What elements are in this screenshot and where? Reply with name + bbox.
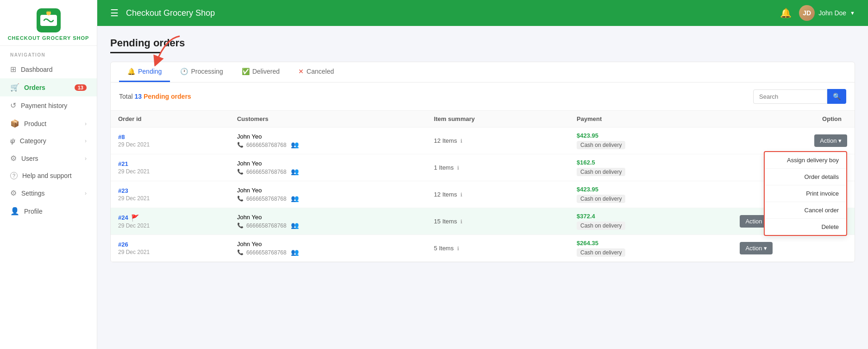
nav-item-dashboard[interactable]: ⊞ Dashboard [0, 60, 97, 78]
customer-cell: John Yeo 📞 6666658768768 👥 [230, 181, 427, 208]
action-button-1[interactable]: Action ▾ [814, 134, 847, 147]
payment-cell: $162.5 Cash on delivery [569, 154, 732, 181]
order-id-link[interactable]: #23 [118, 187, 222, 194]
items-cell: 12 Items ℹ [427, 127, 569, 154]
brand-name: CHECKOUT GROCERY SHOP [8, 35, 89, 41]
action-dropdown-wrapper: Action ▾ Assign delivery boy Order detai… [814, 134, 847, 147]
profile-icon: 👤 [10, 207, 19, 216]
customer-phone: 6666658768768 [246, 142, 287, 148]
order-date: 29 Dec 2021 [118, 195, 222, 202]
tab-processing-label: Processing [191, 68, 223, 75]
nav-item-users[interactable]: ⚙ Users › [0, 149, 97, 167]
order-id-link[interactable]: #26 [118, 241, 222, 248]
info-icon[interactable]: ℹ [457, 165, 459, 171]
items-count: 1 Items ℹ [434, 164, 459, 171]
order-date: 29 Dec 2021 [118, 168, 222, 175]
search-button[interactable]: 🔍 [827, 89, 846, 104]
orders-icon: 🛒 [10, 83, 19, 92]
phone-icon: 📞 [237, 169, 244, 175]
customer-cell: John Yeo 📞 6666658768768 👥 [230, 154, 427, 181]
tab-delivered[interactable]: ✅ Delivered [233, 62, 288, 82]
bell-icon[interactable]: 🔔 [780, 7, 792, 19]
dropdown-delete[interactable]: Delete [765, 219, 846, 235]
dropdown-cancel-order[interactable]: Cancel order [765, 202, 846, 219]
tab-pending-icon: 🔔 [127, 68, 135, 75]
table-row: #23 29 Dec 2021 John Yeo 📞 6666658768768… [111, 181, 855, 208]
option-cell: Action ▾ [732, 235, 855, 262]
users-group-icon: 👥 [291, 141, 299, 148]
payment-amount: $264.35 [577, 240, 725, 247]
users-group-icon: 👥 [291, 195, 299, 202]
nav-item-category[interactable]: ψ Category › [0, 133, 97, 149]
dropdown-assign[interactable]: Assign delivery boy [765, 152, 846, 169]
customer-cell: John Yeo 📞 6666658768768 👥 [230, 235, 427, 262]
items-count: 12 Items ℹ [434, 137, 462, 144]
users-group-icon: 👥 [291, 248, 299, 256]
items-cell: 15 Items ℹ [427, 208, 569, 235]
phone-icon: 📞 [237, 222, 244, 228]
tab-canceled-icon: ✕ [298, 68, 304, 75]
main-content: ☰ Checkout Grocery Shop 🔔 JD John Doe ▼ … [97, 0, 868, 349]
hamburger-icon[interactable]: ☰ [110, 7, 119, 19]
dashboard-icon: ⊞ [10, 65, 16, 74]
username: John Doe [818, 9, 846, 17]
logo-icon [37, 8, 61, 32]
nav-item-payment-history[interactable]: ↺ Payment history [0, 96, 97, 114]
order-id-link[interactable]: #8 [118, 133, 222, 140]
customer-icons: 📞 6666658768768 👥 [237, 248, 419, 256]
orders-badge: 13 [75, 84, 87, 91]
user-menu[interactable]: JD John Doe ▼ [799, 5, 855, 21]
order-id-cell: #21 29 Dec 2021 [111, 154, 230, 181]
items-cell: 1 Items ℹ [427, 154, 569, 181]
customer-phone: 6666658768768 [246, 249, 287, 256]
items-count: 12 Items ℹ [434, 191, 462, 198]
customer-icons: 📞 6666658768768 👥 [237, 195, 419, 202]
search-input[interactable] [753, 89, 827, 104]
col-item-summary: Item summary [427, 111, 569, 127]
info-icon[interactable]: ℹ [460, 138, 462, 144]
info-icon[interactable]: ℹ [460, 192, 462, 197]
customer-name: John Yeo [237, 214, 419, 221]
nav-label-users: Users [21, 155, 38, 162]
users-group-icon: 👥 [291, 222, 299, 229]
nav-item-product[interactable]: 📦 Product › [0, 114, 97, 133]
nav-label-dashboard: Dashboard [21, 66, 53, 73]
product-icon: 📦 [10, 119, 19, 128]
action-button-5[interactable]: Action ▾ [740, 242, 773, 254]
tab-delivered-icon: ✅ [242, 68, 250, 75]
nav-item-settings[interactable]: ⚙ Settings › [0, 184, 97, 202]
tab-canceled[interactable]: ✕ Canceled [290, 62, 342, 82]
orders-table: Order id Customers Item summary Payment … [111, 111, 855, 262]
dropdown-order-details[interactable]: Order details [765, 169, 846, 185]
col-customers: Customers [230, 111, 427, 127]
customer-name: John Yeo [237, 160, 419, 167]
user-flag-icon: 🚩 [131, 214, 139, 222]
info-icon[interactable]: ℹ [460, 219, 462, 224]
nav-item-orders[interactable]: 🛒 Orders 13 [0, 78, 97, 96]
payment-amount: $423.95 [577, 132, 725, 139]
customer-phone: 6666658768768 [246, 196, 287, 202]
dropdown-print-invoice[interactable]: Print invoice [765, 185, 846, 202]
items-cell: 12 Items ℹ [427, 181, 569, 208]
customer-cell: John Yeo 📞 6666658768768 👥 [230, 208, 427, 235]
table-row: #24 🚩 29 Dec 2021 John Yeo 📞 66666587687… [111, 208, 855, 235]
table-header-controls: Total 13 Pending orders 🔍 [111, 82, 855, 111]
order-id-link[interactable]: #24 [118, 214, 128, 221]
total-label: Total 13 Pending orders [119, 93, 191, 100]
customer-name: John Yeo [237, 187, 419, 194]
phone-icon: 📞 [237, 196, 244, 202]
payment-method: Cash on delivery [577, 168, 625, 176]
tab-canceled-label: Canceled [307, 68, 334, 75]
sidebar: CHECKOUT GROCERY SHOP NAVIGATION ⊞ Dashb… [0, 0, 97, 349]
info-icon[interactable]: ℹ [457, 246, 459, 251]
customer-phone: 6666658768768 [246, 169, 287, 175]
order-id-link[interactable]: #21 [118, 160, 222, 167]
table-row: #21 29 Dec 2021 John Yeo 📞 6666658768768… [111, 154, 855, 181]
payment-amount: $423.95 [577, 186, 725, 193]
option-cell: Action ▾ Assign delivery boy Order detai… [732, 127, 855, 154]
nav-item-profile[interactable]: 👤 Profile [0, 202, 97, 220]
nav-item-help[interactable]: ? Help and support [0, 167, 97, 184]
order-date: 29 Dec 2021 [118, 222, 222, 229]
tab-pending-label: Pending [138, 68, 162, 75]
customer-icons: 📞 6666658768768 👥 [237, 222, 419, 229]
